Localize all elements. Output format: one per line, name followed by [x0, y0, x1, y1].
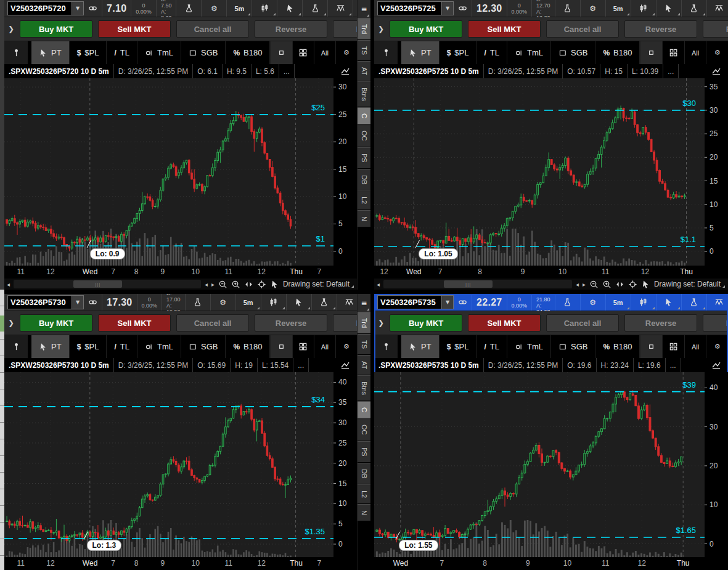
tool-tml-button[interactable]: TmL [507, 41, 551, 64]
timeframe-button[interactable]: 5m [227, 0, 252, 17]
tools-gear-button[interactable]: ⚙ [706, 335, 728, 358]
tool-pt-button[interactable]: PT [401, 335, 440, 358]
side-tab-oc[interactable]: OC [358, 418, 370, 441]
legend-more[interactable]: ... [666, 358, 681, 372]
symbol-dropdown-button[interactable]: ▼ [441, 2, 453, 15]
tool-pt-button[interactable]: PT [401, 41, 440, 64]
all-button[interactable]: All [684, 335, 706, 358]
sell-mkt-button[interactable]: Sell MKT [98, 314, 171, 332]
chart-scrollbar[interactable]: ||| [14, 280, 201, 288]
tool-tl-button[interactable]: /TL [107, 41, 137, 64]
cancel-all-button[interactable]: Cancel all [176, 314, 249, 332]
side-tab-db[interactable]: DB [358, 169, 370, 190]
grid-layout-button[interactable] [292, 41, 314, 64]
tools-gear-button[interactable]: ⚙ [706, 41, 728, 64]
tool-$pl-button[interactable]: $$PL [440, 41, 477, 64]
side-tab-oc[interactable]: OC [358, 124, 370, 147]
sell-mkt-button[interactable]: Sell MKT [98, 20, 171, 38]
reverse-button[interactable]: Reverse [624, 20, 697, 38]
sell-mkt-button[interactable]: Sell MKT [468, 20, 541, 38]
tool-pt-button[interactable]: PT [31, 335, 70, 358]
reverse-button[interactable]: Reverse [624, 314, 697, 332]
tab-list-button[interactable]: ≡ [358, 0, 370, 18]
all-button[interactable]: All [684, 41, 706, 64]
legend-more[interactable]: ... [279, 64, 295, 78]
side-tab-c[interactable]: C [358, 107, 370, 124]
cancel-all-button[interactable]: Cancel all [546, 314, 619, 332]
pin-button[interactable] [374, 335, 398, 358]
symbol-dropdown-button[interactable]: ▼ [72, 296, 83, 309]
side-tab-trd[interactable]: Trd [358, 18, 370, 40]
tab-list-button[interactable]: ≡ [358, 294, 370, 312]
pan-arrows-icon[interactable] [244, 280, 253, 289]
scrollbar-thumb[interactable]: ||| [444, 280, 493, 288]
price-scale-icon[interactable] [705, 64, 728, 78]
buy-mkt-button[interactable]: Buy MKT [20, 20, 92, 38]
chart-style-button[interactable] [252, 0, 277, 17]
tool-tl-button[interactable]: /TL [107, 335, 137, 358]
chart-style-button[interactable] [261, 294, 287, 311]
flatten-button[interactable]: Flatten [703, 314, 728, 332]
side-tab-l2[interactable]: L2 [358, 190, 370, 210]
tool-$pl-button[interactable]: $$PL [70, 335, 107, 358]
pin-button[interactable] [4, 41, 28, 64]
zoom-out-icon[interactable] [589, 280, 599, 289]
settings-gear-button[interactable]: ⚙ [581, 0, 606, 17]
symbol-input[interactable]: V250326P5735 ▼ [377, 295, 454, 309]
pan-arrows-icon[interactable] [615, 280, 624, 289]
pin-button[interactable] [4, 335, 28, 358]
chart-style-button[interactable] [631, 0, 656, 17]
time-axis[interactable]: 12Wed789101112Thu [374, 266, 728, 279]
buy-mkt-button[interactable]: Buy MKT [390, 20, 462, 38]
minimize-button[interactable] [640, 335, 662, 358]
tool-b180-button[interactable]: %B180 [595, 335, 640, 358]
price-scale-icon[interactable] [333, 64, 357, 78]
tools-gear-button[interactable]: ⚙ [335, 41, 357, 64]
symbol-input[interactable]: V250326P5730 ▼ [7, 295, 84, 309]
drawings-button[interactable] [707, 294, 728, 311]
side-tab-at[interactable]: AT [358, 355, 370, 375]
side-tab-n[interactable]: N [358, 504, 370, 521]
pin-button[interactable] [374, 41, 398, 64]
cursor-tool-button[interactable] [287, 294, 312, 311]
time-axis[interactable]: 1112Wed789101112Thu7 [4, 266, 357, 279]
symbol-dropdown-button[interactable]: ▼ [72, 2, 83, 15]
minimize-button[interactable] [270, 41, 292, 64]
compare-flask-button[interactable] [303, 0, 328, 17]
timeframe-button[interactable]: 5m [606, 294, 631, 311]
chart-area[interactable]: 403020100$39$1.65 Lo: 1.55 [374, 372, 728, 557]
chart-area[interactable]: 35302520151050$30$1.1 Lo: 1.05 [374, 78, 728, 266]
zoom-in-icon[interactable] [231, 280, 240, 289]
drawing-set-selector[interactable]: Drawing set: Default [654, 280, 726, 288]
settings-gear-button[interactable]: ⚙ [202, 0, 227, 17]
tool-b180-button[interactable]: %B180 [226, 335, 270, 358]
indicator-flask-button[interactable] [186, 294, 211, 311]
price-scale-icon[interactable] [705, 358, 728, 372]
side-tab-trd[interactable]: Trd [358, 312, 370, 334]
chart-style-button[interactable] [631, 294, 656, 311]
chart-area[interactable]: 4035302520151050$34$1.35 Lo: 1.3 [4, 372, 357, 557]
buy-mkt-button[interactable]: Buy MKT [390, 314, 462, 332]
tool-sgb-button[interactable]: SGB [551, 41, 595, 64]
scroll-left-icon[interactable]: ◂ [7, 281, 10, 288]
step-left-icon[interactable]: ◂ [205, 281, 208, 288]
compare-flask-button[interactable] [682, 0, 707, 17]
tool-b180-button[interactable]: %B180 [226, 41, 270, 64]
cursor-tool-button[interactable] [277, 0, 303, 17]
grid-layout-button[interactable] [292, 335, 314, 358]
link-button[interactable] [454, 0, 472, 17]
side-tab-at[interactable]: AT [358, 61, 370, 81]
cursor-icon[interactable] [270, 280, 279, 289]
link-button[interactable] [454, 294, 472, 311]
tool-pt-button[interactable]: PT [31, 41, 70, 64]
drawings-button[interactable] [328, 0, 353, 17]
zoom-in-icon[interactable] [602, 280, 611, 289]
legend-more[interactable]: ... [663, 64, 679, 78]
tools-gear-button[interactable]: ⚙ [335, 335, 357, 358]
settings-gear-button[interactable]: ⚙ [581, 294, 606, 311]
tool-tml-button[interactable]: TmL [137, 335, 181, 358]
cancel-all-button[interactable]: Cancel all [176, 20, 249, 38]
drawings-button[interactable] [707, 0, 728, 17]
indicator-flask-button[interactable] [555, 0, 581, 17]
scrollbar-thumb[interactable]: ||| [73, 280, 122, 288]
